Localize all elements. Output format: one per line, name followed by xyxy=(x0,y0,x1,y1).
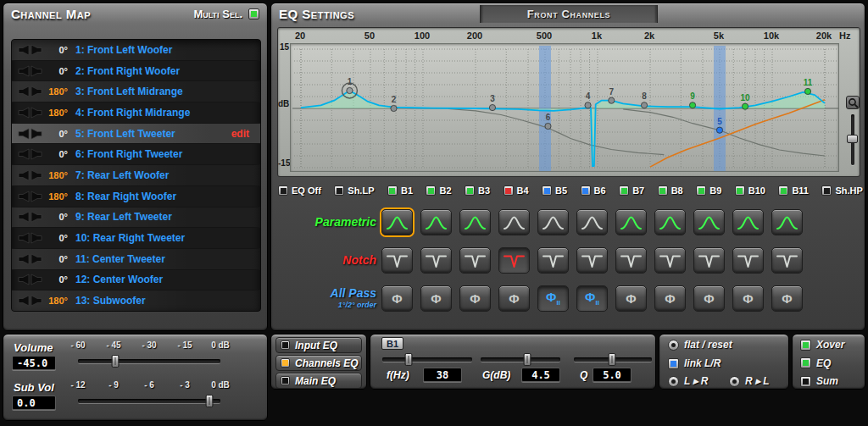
allpass-filter-button[interactable]: Φ xyxy=(654,285,686,312)
band-enable-checkbox[interactable]: B2 xyxy=(426,185,451,196)
notch-filter-button[interactable] xyxy=(537,247,569,274)
band-enable-checkbox[interactable]: B6 xyxy=(581,185,606,196)
channels-eq-button[interactable]: Channels EQ xyxy=(275,355,362,371)
speaker-right-icon xyxy=(31,65,45,77)
band-enable-checkbox[interactable]: EQ Off xyxy=(278,185,321,196)
volume-slider-thumb[interactable] xyxy=(111,355,119,368)
param-value-box[interactable]: 4.5 xyxy=(521,368,560,382)
allpass-filter-button[interactable]: Φ xyxy=(615,285,647,312)
channel-row[interactable]: 0°12: Center Woofer xyxy=(12,270,260,291)
main-eq-button[interactable]: Main EQ xyxy=(275,373,362,389)
f(Hz)-slider-thumb[interactable] xyxy=(404,353,412,366)
param-value-box[interactable]: 5.0 xyxy=(593,368,632,382)
link-lr-checkbox[interactable]: link L/R xyxy=(668,357,721,369)
edit-badge[interactable]: edit xyxy=(231,128,256,140)
sub-vol-slider-thumb[interactable] xyxy=(205,395,213,407)
parametric-filter-button[interactable] xyxy=(576,209,608,235)
control-label: Xover xyxy=(816,339,844,351)
allpass-filter-button[interactable]: Φ xyxy=(420,285,452,312)
allpass-filter-button[interactable]: ΦII xyxy=(576,285,608,312)
band-enable-checkbox[interactable]: Sh.HP xyxy=(821,185,862,196)
channel-phase: 0° xyxy=(45,45,75,55)
channel-row[interactable]: 180°4: Front Right Midrange xyxy=(12,102,260,124)
channel-row[interactable]: 0°2: Front Right Woofer xyxy=(12,61,260,82)
band-enable-checkbox[interactable]: B1 xyxy=(387,185,413,196)
allpass-filter-button[interactable]: Φ xyxy=(459,285,491,312)
notch-filter-button[interactable] xyxy=(654,247,686,274)
parametric-filter-button[interactable] xyxy=(537,209,569,235)
parametric-filter-button[interactable] xyxy=(615,209,647,235)
multi-sel-checkbox[interactable] xyxy=(248,8,259,19)
channel-row[interactable]: 180°3: Front Left Midrange xyxy=(12,81,260,102)
notch-filter-button[interactable] xyxy=(693,247,725,274)
parametric-filter-button[interactable] xyxy=(459,209,491,235)
eq-graph[interactable]: 20501002005001k2k5k10k20k Hz 15 dB -15 1… xyxy=(277,27,860,177)
input-eq-button[interactable]: Input EQ xyxy=(275,337,362,353)
notch-filter-button[interactable] xyxy=(771,247,803,274)
Q-slider-thumb[interactable] xyxy=(609,353,616,366)
allpass-filter-button[interactable]: Φ xyxy=(381,285,413,312)
allpass-filter-button[interactable]: Φ xyxy=(498,285,530,312)
copy-right-to-left-button[interactable]: R ▸ L xyxy=(729,375,770,387)
channel-phase: 0° xyxy=(45,254,75,264)
channel-row[interactable]: 0°5: Front Left Tweeteredit xyxy=(12,124,260,145)
eq-curve-plot[interactable]: 1234567891011 xyxy=(290,43,839,172)
eq-toggle[interactable]: EQ xyxy=(800,357,831,369)
channel-row[interactable]: 180°7: Rear Left Woofer xyxy=(12,165,260,186)
sub-vol-slider[interactable]: - 12- 9- 6- 30 dB xyxy=(78,380,220,409)
flat-reset-button[interactable]: flat / reset xyxy=(668,339,732,351)
channel-row[interactable]: 0°11: Center Tweeter xyxy=(12,249,260,270)
band-enable-checkbox[interactable]: B4 xyxy=(504,185,529,196)
G(dB)-slider-thumb[interactable] xyxy=(524,353,531,366)
parametric-filter-button[interactable] xyxy=(420,209,452,235)
parametric-filter-button[interactable] xyxy=(498,209,530,235)
xover-toggle[interactable]: Xover xyxy=(800,339,844,351)
parametric-filter-button[interactable] xyxy=(381,209,413,235)
notch-filter-button[interactable] xyxy=(615,247,647,274)
parametric-filter-button[interactable] xyxy=(693,209,725,235)
f(Hz)-slider-track[interactable] xyxy=(382,357,472,362)
band-enable-checkbox[interactable]: B9 xyxy=(696,185,721,196)
Q-slider-track[interactable] xyxy=(574,357,652,362)
channel-row[interactable]: 0°6: Front Right Tweeter xyxy=(12,144,260,165)
copy-left-to-right-button[interactable]: L ▸ R xyxy=(668,375,708,387)
allpass-filter-button[interactable]: ΦII xyxy=(537,285,569,312)
channel-row[interactable]: 180°13: Subwoofer xyxy=(12,290,260,312)
notch-filter-button[interactable] xyxy=(498,247,530,274)
allpass-filter-button[interactable]: Φ xyxy=(771,285,803,312)
notch-filter-button[interactable] xyxy=(459,247,491,274)
graph-zoom-slider-thumb[interactable] xyxy=(847,135,858,143)
parametric-filter-button[interactable] xyxy=(771,209,803,235)
channel-row[interactable]: 180°8: Rear Right Woofer xyxy=(12,186,260,207)
checkbox-label: Sh.HP xyxy=(835,185,862,196)
allpass-filter-button[interactable]: Φ xyxy=(732,285,764,312)
graph-zoom-button[interactable] xyxy=(846,96,860,109)
sum-toggle[interactable]: Sum xyxy=(800,375,838,387)
G(dB)-slider-track[interactable] xyxy=(481,357,560,362)
band-enable-checkbox[interactable]: B11 xyxy=(778,185,809,196)
notch-filter-button[interactable] xyxy=(732,247,764,274)
band-enable-checkbox[interactable]: B7 xyxy=(619,185,644,196)
sub-vol-value[interactable]: 0.0 xyxy=(12,396,56,410)
notch-filter-button[interactable] xyxy=(420,247,452,274)
sub-vol-slider-track[interactable] xyxy=(78,399,220,403)
allpass-filter-button[interactable]: Φ xyxy=(693,285,725,312)
parametric-filter-button[interactable] xyxy=(654,209,686,235)
band-enable-checkbox[interactable]: B8 xyxy=(658,185,683,196)
volume-value[interactable]: -45.0 xyxy=(12,356,56,370)
volume-slider[interactable]: - 60- 45- 30- 150 dB xyxy=(78,340,220,369)
front-channels-tab[interactable]: Front Channels xyxy=(480,5,658,23)
band-enable-checkbox[interactable]: Sh.LP xyxy=(334,185,374,196)
frequency-axis: 20501002005001k2k5k10k20k xyxy=(278,30,860,41)
notch-filter-button[interactable] xyxy=(576,247,608,274)
parametric-filter-button[interactable] xyxy=(732,209,764,235)
band-enable-checkbox[interactable]: B5 xyxy=(542,185,567,196)
band-enable-checkbox[interactable]: B3 xyxy=(465,185,490,196)
channel-row[interactable]: 0°9: Rear Left Tweeter xyxy=(12,207,260,229)
band-enable-checkbox[interactable]: B10 xyxy=(735,185,765,196)
channel-row[interactable]: 0°1: Front Left Woofer xyxy=(12,40,260,61)
notch-filter-button[interactable] xyxy=(381,247,413,274)
volume-slider-track[interactable] xyxy=(78,359,220,363)
param-value-box[interactable]: 38 xyxy=(423,368,462,382)
channel-row[interactable]: 0°10: Rear Right Tweeter xyxy=(12,228,260,249)
